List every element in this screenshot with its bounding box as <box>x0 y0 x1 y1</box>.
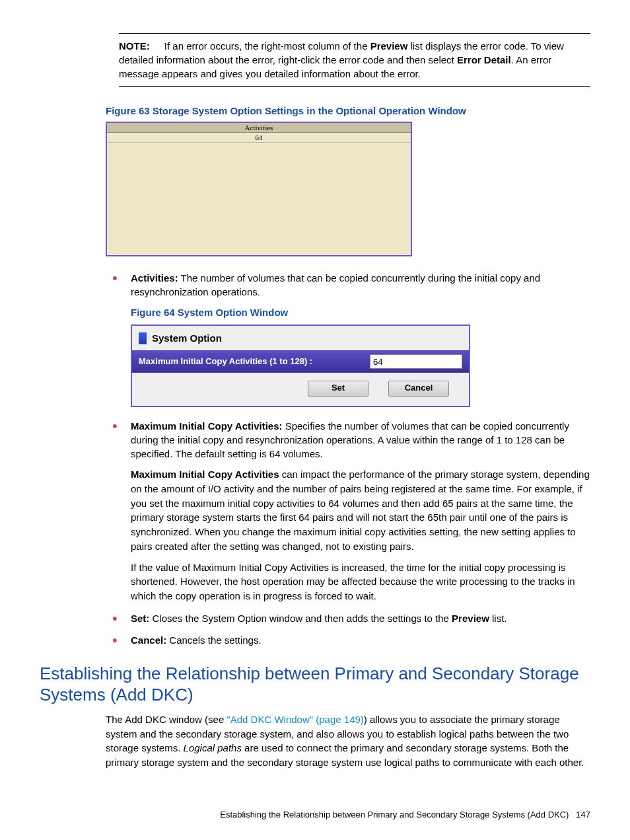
note-preview: Preview <box>370 40 408 52</box>
footer-text: Establishing the Relationship between Pr… <box>220 810 569 820</box>
cancel-text: Cancels the settings. <box>166 634 261 646</box>
list-item-mica: Maximum Initial Copy Activities: Specifi… <box>112 419 590 603</box>
system-option-dialog: System Option Maximum Initial Copy Activ… <box>131 325 470 407</box>
field-label: Maximum Initial Copy Activities (1 to 12… <box>139 356 312 367</box>
note-label: NOTE: <box>119 40 150 52</box>
field-row: Maximum Initial Copy Activities (1 to 12… <box>132 350 469 373</box>
note-box: NOTE: If an error occurs, the right-most… <box>119 33 590 87</box>
figure-63-header: Activities <box>107 123 411 133</box>
figure-63-block: Figure 63 Storage System Option Settings… <box>106 105 590 256</box>
system-option-titlebar: System Option <box>132 326 469 350</box>
system-option-title: System Option <box>152 331 222 345</box>
activities-label: Activities: <box>131 272 178 284</box>
set-preview: Preview <box>452 613 489 624</box>
figure-63-panel: Activities 64 <box>106 122 412 256</box>
set-t2: list. <box>489 613 507 624</box>
figure-64-caption: Figure 64 System Option Window <box>131 305 590 319</box>
list-item-activities: Activities: The number of volumes that c… <box>112 271 590 407</box>
set-t1: Closes the System Option window and then… <box>149 613 452 624</box>
button-row: Set Cancel <box>132 373 469 406</box>
section-heading: Establishing the Relationship between Pr… <box>40 663 590 706</box>
figure-64-block: Figure 64 System Option Window System Op… <box>131 305 590 407</box>
mica-p3: If the value of Maximum Initial Copy Act… <box>131 560 590 603</box>
logical-paths: Logical paths <box>184 742 242 753</box>
page-footer: Establishing the Relationship between Pr… <box>40 810 590 820</box>
add-dkc-link[interactable]: "Add DKC Window" (page 149) <box>227 714 363 725</box>
section-paragraph: The Add DKC window (see "Add DKC Window"… <box>106 712 590 770</box>
note-error-detail: Error Detail <box>457 54 511 65</box>
activities-input[interactable] <box>370 354 462 369</box>
set-label: Set: <box>131 613 149 624</box>
sec-t1: The Add DKC window (see <box>106 714 227 725</box>
cancel-label: Cancel: <box>131 634 166 646</box>
list-item-set: Set: Closes the System Option window and… <box>112 611 590 625</box>
footer-page: 147 <box>576 810 590 820</box>
cancel-button[interactable]: Cancel <box>388 381 449 397</box>
figure-63-caption: Figure 63 Storage System Option Settings… <box>106 105 590 116</box>
set-button[interactable]: Set <box>308 381 368 397</box>
activities-text: The number of volumes that can be copied… <box>131 272 540 297</box>
mica-p2a: Maximum Initial Copy Activities <box>131 469 279 480</box>
figure-63-value: 64 <box>107 133 411 143</box>
mica-label: Maximum Initial Copy Activities: <box>131 420 283 432</box>
list-item-cancel: Cancel: Cancels the settings. <box>112 633 590 647</box>
title-icon <box>139 332 147 344</box>
mica-p2b: can impact the performance of the primar… <box>131 469 590 552</box>
note-text-1: If an error occurs, the right-most colum… <box>164 40 370 52</box>
mica-p2: Maximum Initial Copy Activities can impa… <box>131 467 590 554</box>
